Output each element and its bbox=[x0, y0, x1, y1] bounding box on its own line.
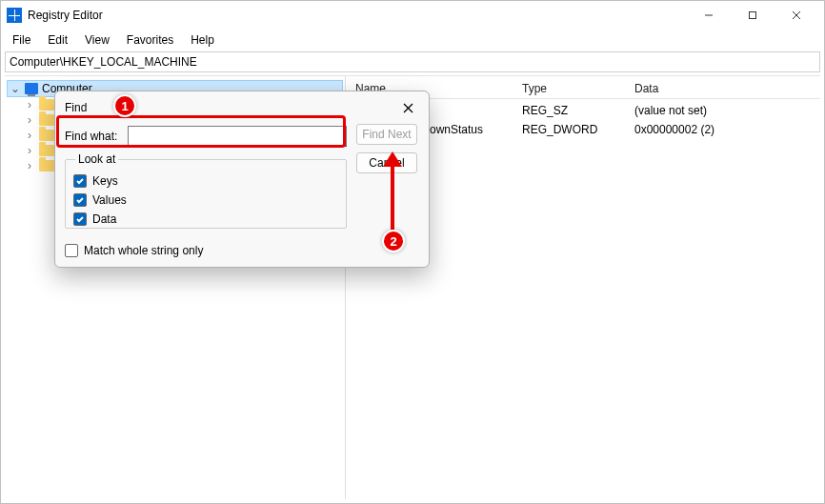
menubar: File Edit View Favorites Help bbox=[1, 30, 824, 50]
col-header-type[interactable]: Type bbox=[522, 79, 634, 95]
menu-edit[interactable]: Edit bbox=[40, 31, 75, 49]
titlebar: Registry Editor bbox=[1, 1, 824, 30]
folder-icon bbox=[39, 160, 54, 171]
chevron-right-icon[interactable]: › bbox=[24, 98, 35, 111]
chevron-right-icon[interactable]: › bbox=[24, 144, 35, 157]
values-label: Values bbox=[92, 193, 127, 207]
find-next-button[interactable]: Find Next bbox=[356, 124, 417, 145]
cancel-button[interactable]: Cancel bbox=[356, 152, 417, 173]
menu-help[interactable]: Help bbox=[183, 31, 222, 49]
menu-favorites[interactable]: Favorites bbox=[119, 31, 181, 49]
data-checkbox[interactable] bbox=[73, 212, 87, 226]
close-button[interactable] bbox=[775, 1, 818, 30]
data-label: Data bbox=[92, 212, 116, 226]
computer-icon bbox=[25, 83, 38, 94]
registry-editor-window: Registry Editor File Edit View Favorites… bbox=[0, 0, 825, 504]
find-close-button[interactable] bbox=[396, 97, 419, 118]
menu-view[interactable]: View bbox=[77, 31, 117, 49]
folder-icon bbox=[39, 130, 54, 141]
find-dialog: Find Find what: Look at Keys Values bbox=[54, 91, 430, 268]
window-title: Registry Editor bbox=[28, 9, 103, 22]
chevron-right-icon[interactable]: › bbox=[24, 159, 35, 172]
find-dialog-titlebar: Find bbox=[65, 97, 419, 118]
col-header-data[interactable]: Data bbox=[634, 79, 820, 95]
match-whole-label: Match whole string only bbox=[84, 244, 203, 257]
find-what-input[interactable] bbox=[128, 126, 347, 147]
value-type-cell: REG_DWORD bbox=[522, 123, 634, 136]
value-data-cell: (value not set) bbox=[634, 104, 820, 117]
address-text: Computer\HKEY_LOCAL_MACHINE bbox=[10, 55, 197, 69]
chevron-right-icon[interactable]: › bbox=[24, 113, 35, 127]
chevron-right-icon[interactable]: › bbox=[24, 129, 35, 142]
keys-label: Keys bbox=[92, 174, 118, 188]
folder-icon bbox=[39, 145, 54, 156]
maximize-button[interactable] bbox=[731, 1, 775, 30]
find-what-label: Find what: bbox=[65, 130, 120, 143]
value-type-cell: REG_SZ bbox=[522, 104, 634, 117]
menu-file[interactable]: File bbox=[5, 31, 38, 49]
match-whole-checkbox[interactable] bbox=[65, 244, 78, 257]
find-dialog-title: Find bbox=[65, 101, 396, 114]
minimize-button[interactable] bbox=[687, 1, 731, 30]
folder-icon bbox=[39, 99, 54, 111]
value-data-cell: 0x00000002 (2) bbox=[634, 123, 820, 136]
look-at-legend: Look at bbox=[75, 152, 118, 166]
address-bar[interactable]: Computer\HKEY_LOCAL_MACHINE bbox=[5, 51, 820, 72]
look-at-group: Look at Keys Values Data bbox=[65, 152, 347, 229]
svg-rect-1 bbox=[750, 12, 756, 19]
regedit-icon bbox=[7, 8, 22, 23]
chevron-down-icon[interactable]: ⌄ bbox=[10, 82, 21, 95]
values-checkbox[interactable] bbox=[73, 193, 87, 207]
keys-checkbox[interactable] bbox=[73, 174, 87, 188]
folder-icon bbox=[39, 114, 54, 126]
